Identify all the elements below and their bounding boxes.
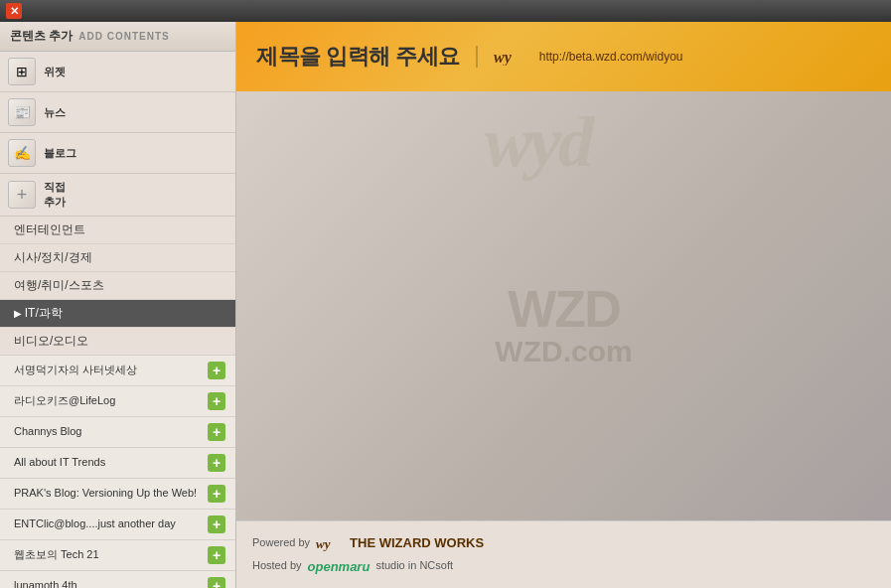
category-news-politics[interactable]: 시사/정치/경제 <box>0 244 235 272</box>
blog-item-text: All about IT Trends <box>14 455 202 470</box>
direct-add-icon: + <box>17 185 28 206</box>
wzd-swoosh-decoration: wyd <box>485 101 644 184</box>
category-it-science[interactable]: IT/과학 <box>0 300 235 328</box>
add-blog-button[interactable]: + <box>208 515 225 533</box>
add-blog-button[interactable]: + <box>208 577 225 588</box>
nav-item-blog[interactable]: ✍ 블로그 <box>0 133 235 174</box>
direct-icon-box: + <box>8 181 36 209</box>
wzd-inline-logo-icon: wy <box>494 48 525 66</box>
sidebar-title-english: ADD CONTENTS <box>78 31 169 42</box>
powered-by-label: Powered by <box>252 533 310 553</box>
close-button[interactable]: ✕ <box>6 3 22 19</box>
wzd-logo-text: WZD <box>495 283 632 335</box>
svg-text:wy: wy <box>316 536 331 551</box>
add-blog-button[interactable]: + <box>208 392 225 410</box>
content-header: 제목을 입력해 주세요 wy http://beta.wzd.com/widyo… <box>236 22 891 91</box>
wzd-main-branding: WZD WZD.com <box>495 283 632 368</box>
openmaru-label: openmaru <box>308 555 371 578</box>
top-bar: ✕ <box>0 0 891 22</box>
category-entertainment[interactable]: 엔터테인먼트 <box>0 217 235 244</box>
blog-item-text: 서명덕기자의 사터넷세상 <box>14 363 202 377</box>
list-item[interactable]: All about IT Trends + <box>0 448 235 479</box>
sidebar-title-korean: 콘텐츠 추가 <box>10 28 73 45</box>
add-blog-button[interactable]: + <box>208 423 225 441</box>
sidebar: 콘텐츠 추가 ADD CONTENTS ⊞ 위젯 📰 뉴스 ✍ 블로 <box>0 22 236 588</box>
list-item[interactable]: lunamoth 4th + <box>0 571 235 588</box>
content-area: 제목을 입력해 주세요 wy http://beta.wzd.com/widyo… <box>236 22 891 588</box>
sidebar-header: 콘텐츠 추가 ADD CONTENTS <box>0 22 235 52</box>
category-travel-hobby[interactable]: 여행/취미/스포츠 <box>0 272 235 300</box>
add-blog-button[interactable]: + <box>208 362 225 379</box>
news-icon-box: 📰 <box>8 98 36 126</box>
blog-icon-box: ✍ <box>8 139 36 167</box>
header-divider <box>476 46 478 68</box>
list-item[interactable]: Channys Blog + <box>0 417 235 448</box>
footer-brand-name: THE WIZARD WORKS <box>350 531 484 554</box>
nav-item-direct[interactable]: + 직접추가 <box>0 174 235 217</box>
news-icon: 📰 <box>14 104 31 120</box>
page-title: 제목을 입력해 주세요 <box>256 42 460 72</box>
header-url: http://beta.wzd.com/widyou <box>539 50 683 64</box>
nav-item-news[interactable]: 📰 뉴스 <box>0 92 235 133</box>
list-item[interactable]: 웹초보의 Tech 21 + <box>0 540 235 571</box>
svg-text:wyd: wyd <box>485 102 595 181</box>
news-label: 뉴스 <box>44 105 66 120</box>
footer-hosted-row: Hosted by openmaru studio in NCsoft <box>252 555 875 578</box>
widget-icon-box: ⊞ <box>8 58 36 85</box>
wzd-footer-logo-icon: wy <box>316 535 344 551</box>
blog-item-text: 라디오키즈@LifeLog <box>14 393 202 408</box>
blog-item-text: 웹초보의 Tech 21 <box>14 547 202 562</box>
category-list: 엔터테인먼트 시사/정치/경제 여행/취미/스포츠 IT/과학 비디오/오디오 <box>0 217 235 356</box>
blog-icon: ✍ <box>14 145 31 161</box>
nav-icon-section: ⊞ 위젯 📰 뉴스 ✍ 블로그 + 직접추가 <box>0 52 235 217</box>
svg-text:wy: wy <box>494 49 513 66</box>
widget-icon: ⊞ <box>16 64 28 79</box>
widget-label: 위젯 <box>44 65 66 79</box>
ncsoft-label: studio in NCsoft <box>375 556 453 576</box>
list-item[interactable]: PRAK's Blog: Versioning Up the Web! + <box>0 479 235 510</box>
main-container: 콘텐츠 추가 ADD CONTENTS ⊞ 위젯 📰 뉴스 ✍ 블로 <box>0 22 891 588</box>
list-item[interactable]: ENTClic@blog....just another day + <box>0 510 235 540</box>
footer-powered-row: Powered by wy THE WIZARD WORKS <box>252 531 875 554</box>
add-blog-button[interactable]: + <box>208 454 225 472</box>
category-video-audio[interactable]: 비디오/오디오 <box>0 328 235 356</box>
add-blog-button[interactable]: + <box>208 546 225 564</box>
wzd-visual: wyd WZD WZD.com <box>236 91 891 520</box>
blog-label: 블로그 <box>44 146 76 161</box>
content-footer: Powered by wy THE WIZARD WORKS Hosted by… <box>236 520 891 588</box>
list-item[interactable]: 라디오키즈@LifeLog + <box>0 386 235 417</box>
hosted-by-label: Hosted by <box>252 556 302 576</box>
nav-item-widget[interactable]: ⊞ 위젯 <box>0 52 235 92</box>
blog-item-text: ENTClic@blog....just another day <box>14 516 202 531</box>
blog-list: 서명덕기자의 사터넷세상 + 라디오키즈@LifeLog + Channys B… <box>0 356 235 588</box>
direct-label: 직접추가 <box>44 180 66 210</box>
blog-item-text: PRAK's Blog: Versioning Up the Web! <box>14 486 202 501</box>
blog-item-text: Channys Blog <box>14 424 202 439</box>
blog-item-text: lunamoth 4th <box>14 578 202 588</box>
add-blog-button[interactable]: + <box>208 485 225 503</box>
list-item[interactable]: 서명덕기자의 사터넷세상 + <box>0 356 235 386</box>
wzd-domain-text: WZD.com <box>495 335 632 368</box>
